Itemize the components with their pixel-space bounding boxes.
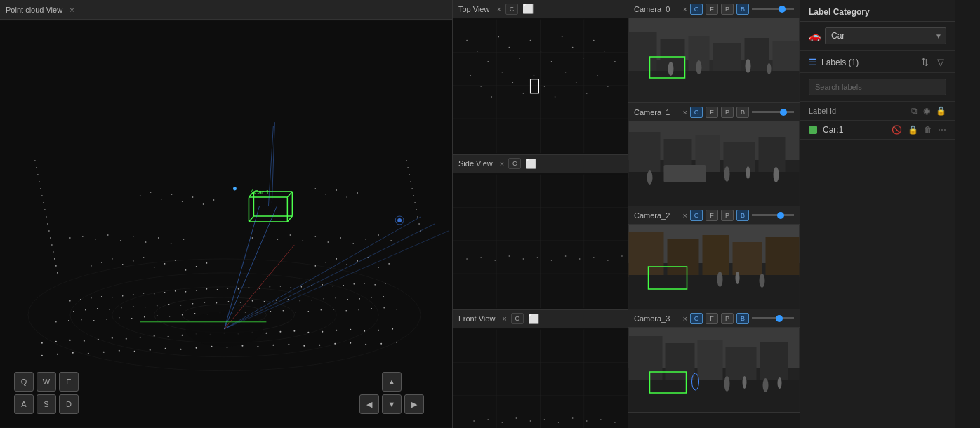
- svg-point-149: [325, 194, 326, 195]
- svg-point-182: [140, 337, 141, 338]
- svg-point-30: [322, 284, 323, 286]
- front-view-cam-btn[interactable]: C: [511, 313, 524, 324]
- camera-1-btn-p[interactable]: P: [721, 107, 734, 118]
- point-cloud-close[interactable]: ×: [69, 6, 74, 14]
- camera-3-close[interactable]: ×: [683, 314, 687, 323]
- svg-point-97: [41, 195, 43, 196]
- svg-point-125: [143, 257, 145, 258]
- svg-text:^Car:1: ^Car:1: [251, 189, 269, 196]
- svg-point-164: [265, 236, 266, 237]
- front-view-close[interactable]: ×: [502, 314, 506, 323]
- svg-point-295: [551, 260, 552, 261]
- side-view-close[interactable]: ×: [500, 159, 504, 168]
- svg-point-204: [88, 353, 89, 354]
- key-right[interactable]: ▶: [404, 394, 424, 414]
- key-s[interactable]: S: [37, 394, 56, 414]
- svg-point-31: [332, 286, 333, 287]
- svg-point-55: [288, 299, 289, 300]
- svg-point-38: [85, 309, 86, 311]
- camera-2-image: [628, 225, 800, 309]
- front-view-content[interactable]: [453, 328, 628, 428]
- camera-2-btn-f[interactable]: F: [706, 210, 718, 221]
- svg-point-346: [647, 170, 653, 185]
- key-up[interactable]: ▲: [382, 372, 402, 392]
- camera-1-btn-f[interactable]: F: [706, 107, 718, 118]
- camera-1-slider[interactable]: [752, 111, 794, 113]
- svg-point-73: [169, 316, 171, 317]
- svg-point-50: [228, 301, 230, 302]
- key-q[interactable]: Q: [14, 372, 34, 392]
- svg-point-318: [614, 422, 616, 423]
- camera-0-btn-c[interactable]: C: [690, 4, 703, 15]
- svg-point-23: [249, 287, 250, 288]
- svg-rect-337: [629, 132, 661, 178]
- search-labels-input[interactable]: [809, 79, 946, 95]
- camera-1-btn-c[interactable]: C: [690, 107, 703, 118]
- point-cloud-svg: ^Car:1: [0, 20, 452, 428]
- key-e[interactable]: E: [59, 372, 79, 392]
- svg-point-15: [164, 292, 166, 293]
- svg-point-70: [131, 318, 133, 319]
- svg-rect-341: [759, 137, 786, 178]
- key-left[interactable]: ◀: [359, 394, 379, 414]
- label-delete-icon[interactable]: 🗑: [924, 125, 932, 135]
- side-view-cam-btn[interactable]: C: [508, 158, 521, 169]
- camera-0-btn-p[interactable]: P: [721, 4, 734, 15]
- side-view-content[interactable]: [453, 173, 628, 309]
- camera-1-close[interactable]: ×: [683, 108, 687, 116]
- point-cloud-canvas[interactable]: ^Car:1: [0, 20, 452, 428]
- svg-point-170: [340, 237, 341, 239]
- svg-point-264: [593, 40, 595, 41]
- front-view-maximize[interactable]: ⬜: [528, 314, 539, 324]
- top-view-close[interactable]: ×: [496, 5, 501, 13]
- label-eye-icon[interactable]: ◉: [923, 106, 930, 116]
- label-lock-item-icon[interactable]: 🔒: [908, 125, 918, 135]
- camera-3-btn-c[interactable]: C: [690, 313, 703, 324]
- camera-0-close[interactable]: ×: [683, 5, 687, 13]
- top-view-maximize[interactable]: ⬜: [522, 4, 534, 14]
- svg-point-27: [291, 287, 292, 288]
- label-lock-icon[interactable]: 🔒: [936, 106, 946, 116]
- key-w[interactable]: W: [37, 372, 56, 392]
- front-view-panel: Front View × C ⬜: [453, 310, 628, 428]
- filter-icon[interactable]: ▽: [935, 56, 946, 68]
- top-view-content[interactable]: [453, 18, 628, 154]
- label-hide-icon[interactable]: 🚫: [892, 125, 902, 135]
- svg-point-93: [36, 167, 37, 168]
- camera-3-btn-p[interactable]: P: [721, 313, 734, 324]
- label-more-icon[interactable]: ⋯: [938, 125, 946, 135]
- camera-2-btn-c[interactable]: C: [690, 210, 703, 221]
- key-d[interactable]: D: [59, 394, 79, 414]
- label-copy-icon[interactable]: ⧉: [911, 106, 918, 116]
- svg-point-217: [288, 344, 289, 345]
- svg-rect-352: [668, 239, 699, 277]
- svg-point-194: [307, 332, 309, 333]
- camera-2-btn-p[interactable]: P: [721, 210, 734, 221]
- key-down[interactable]: ▼: [382, 394, 402, 414]
- svg-point-26: [280, 286, 282, 287]
- camera-2-slider[interactable]: [752, 214, 794, 216]
- camera-3-btn-f[interactable]: F: [706, 313, 718, 324]
- top-view-panel: Top View × C ⬜: [453, 0, 628, 155]
- svg-point-114: [413, 195, 414, 196]
- top-view-cam-btn[interactable]: C: [505, 4, 518, 15]
- svg-point-192: [279, 331, 281, 333]
- camera-3-slider[interactable]: [752, 317, 794, 319]
- category-select[interactable]: Car Pedestrian Cyclist Truck: [825, 27, 946, 44]
- camera-0-btn-b[interactable]: B: [736, 4, 749, 15]
- camera-2-close[interactable]: ×: [683, 211, 687, 220]
- camera-0-slider[interactable]: [752, 8, 794, 10]
- label-row-car1: Car:1 🚫 🔒 🗑 ⋯: [800, 121, 955, 140]
- svg-point-128: [175, 260, 176, 261]
- svg-point-101: [47, 223, 48, 225]
- svg-point-40: [109, 309, 110, 310]
- side-view-maximize[interactable]: ⬜: [525, 159, 536, 169]
- camera-3-btn-b[interactable]: B: [736, 313, 749, 324]
- key-a[interactable]: A: [14, 394, 34, 414]
- camera-0-btn-f[interactable]: F: [706, 4, 718, 15]
- svg-point-47: [192, 303, 194, 305]
- camera-1-btn-b[interactable]: B: [736, 107, 749, 118]
- sort-icon[interactable]: ⇅: [919, 56, 931, 68]
- svg-point-25: [270, 286, 271, 288]
- camera-2-btn-b[interactable]: B: [736, 210, 749, 221]
